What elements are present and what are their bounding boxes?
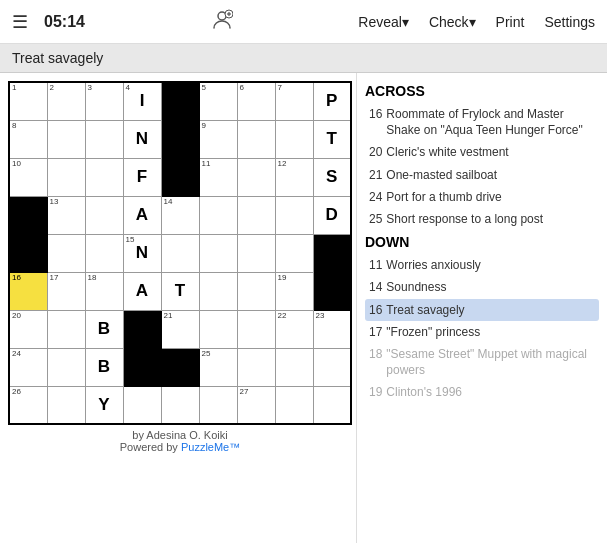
cell-r4c9[interactable]: D xyxy=(313,196,351,234)
active-clue-text: Treat savagely xyxy=(12,50,103,66)
cell-r1c1[interactable]: 1 xyxy=(9,82,47,120)
cell-r3c2[interactable] xyxy=(47,158,85,196)
cell-r7c5[interactable]: 21 xyxy=(161,310,199,348)
cell-r1c4[interactable]: 4I xyxy=(123,82,161,120)
cell-r6c5[interactable]: T xyxy=(161,272,199,310)
cell-r1c7[interactable]: 6 xyxy=(237,82,275,120)
cell-r2c8[interactable] xyxy=(275,120,313,158)
cell-r8c7[interactable] xyxy=(237,348,275,386)
cell-r1c9[interactable]: P xyxy=(313,82,351,120)
clue-across-16[interactable]: 16 Roommate of Frylock and Master Shake … xyxy=(365,103,599,141)
cell-r8c2[interactable] xyxy=(47,348,85,386)
clue-down-14[interactable]: 14 Soundness xyxy=(365,276,599,298)
cell-r9c9[interactable] xyxy=(313,386,351,424)
menu-icon[interactable]: ☰ xyxy=(12,11,28,33)
cell-r7c9[interactable]: 23 xyxy=(313,310,351,348)
crossword-grid[interactable]: 1 2 3 4I 5 6 7 P 8 N xyxy=(8,81,352,425)
clues-panel[interactable]: ACROSS 16 Roommate of Frylock and Master… xyxy=(356,73,607,543)
cell-r9c2[interactable] xyxy=(47,386,85,424)
cell-r2c1[interactable]: 8 xyxy=(9,120,47,158)
cell-r7c2[interactable] xyxy=(47,310,85,348)
nav-bar: Reveal▾ Check▾ Print Settings xyxy=(358,14,595,30)
cell-r7c8[interactable]: 22 xyxy=(275,310,313,348)
cell-r9c5[interactable] xyxy=(161,386,199,424)
clue-across-24[interactable]: 24 Port for a thumb drive xyxy=(365,186,599,208)
cell-r6c1-yellow[interactable]: 16 xyxy=(9,272,47,310)
cell-r6c2[interactable]: 17 xyxy=(47,272,85,310)
cell-r6c8[interactable]: 19 xyxy=(275,272,313,310)
check-button[interactable]: Check▾ xyxy=(429,14,476,30)
clue-num: 18 xyxy=(369,346,382,378)
cell-r1c8[interactable]: 7 xyxy=(275,82,313,120)
cell-r4c3[interactable] xyxy=(85,196,123,234)
clue-across-20[interactable]: 20 Cleric's white vestment xyxy=(365,141,599,163)
cell-r4c8[interactable] xyxy=(275,196,313,234)
cell-r3c9[interactable]: S xyxy=(313,158,351,196)
cell-r9c6[interactable] xyxy=(199,386,237,424)
cell-r9c8[interactable] xyxy=(275,386,313,424)
cell-r5c7[interactable] xyxy=(237,234,275,272)
clue-down-19[interactable]: 19 Clinton's 1996 xyxy=(365,381,599,403)
cell-r9c3[interactable]: Y xyxy=(85,386,123,424)
cell-r1c2[interactable]: 2 xyxy=(47,82,85,120)
cell-r3c1[interactable]: 10 xyxy=(9,158,47,196)
cell-r8c1[interactable]: 24 xyxy=(9,348,47,386)
cell-r5c2[interactable] xyxy=(47,234,85,272)
cell-r6c3[interactable]: 18 xyxy=(85,272,123,310)
clue-across-21[interactable]: 21 One-masted sailboat xyxy=(365,164,599,186)
puzzleme-link[interactable]: PuzzleMe™ xyxy=(181,441,240,453)
cell-r7c7[interactable] xyxy=(237,310,275,348)
clue-down-18[interactable]: 18 "Sesame Street" Muppet with magical p… xyxy=(365,343,599,381)
main-area: 1 2 3 4I 5 6 7 P 8 N xyxy=(0,73,607,543)
cell-r3c7[interactable] xyxy=(237,158,275,196)
cell-r5c5[interactable] xyxy=(161,234,199,272)
cell-r7c6[interactable] xyxy=(199,310,237,348)
cell-r1c6[interactable]: 5 xyxy=(199,82,237,120)
clue-down-16-active[interactable]: 16 Treat savagely xyxy=(365,299,599,321)
clue-across-25[interactable]: 25 Short response to a long post xyxy=(365,208,599,230)
cell-r6c6[interactable] xyxy=(199,272,237,310)
cell-r8c4-black xyxy=(123,348,161,386)
cell-r2c4[interactable]: N xyxy=(123,120,161,158)
cell-r4c4[interactable]: A xyxy=(123,196,161,234)
cell-r3c4[interactable]: F xyxy=(123,158,161,196)
cell-r2c2[interactable] xyxy=(47,120,85,158)
cell-r5c8[interactable] xyxy=(275,234,313,272)
cell-r2c9[interactable]: T xyxy=(313,120,351,158)
cell-r5c6[interactable] xyxy=(199,234,237,272)
cell-r6c7[interactable] xyxy=(237,272,275,310)
cell-r3c8[interactable]: 12 xyxy=(275,158,313,196)
cell-r2c7[interactable] xyxy=(237,120,275,158)
clue-num: 19 xyxy=(369,384,382,400)
clue-down-17[interactable]: 17 "Frozen" princess xyxy=(365,321,599,343)
cell-r4c6[interactable] xyxy=(199,196,237,234)
cell-r3c6[interactable]: 11 xyxy=(199,158,237,196)
cell-r6c4[interactable]: A xyxy=(123,272,161,310)
grid-footer: by Adesina O. Koiki Powered by PuzzleMe™ xyxy=(120,429,240,453)
clue-down-11[interactable]: 11 Worries anxiously xyxy=(365,254,599,276)
cell-r4c7[interactable] xyxy=(237,196,275,234)
cell-r7c1[interactable]: 20 xyxy=(9,310,47,348)
cell-r8c6[interactable]: 25 xyxy=(199,348,237,386)
reveal-button[interactable]: Reveal▾ xyxy=(358,14,409,30)
cell-r3c3[interactable] xyxy=(85,158,123,196)
cell-r9c1[interactable]: 26 xyxy=(9,386,47,424)
cell-r9c4[interactable] xyxy=(123,386,161,424)
cell-r8c8[interactable] xyxy=(275,348,313,386)
print-button[interactable]: Print xyxy=(496,14,525,30)
cell-r3c5-black xyxy=(161,158,199,196)
timer: 05:14 xyxy=(44,13,85,31)
cell-r4c2[interactable]: 13 xyxy=(47,196,85,234)
cell-r1c3[interactable]: 3 xyxy=(85,82,123,120)
cell-r8c3[interactable]: B xyxy=(85,348,123,386)
cell-r8c9[interactable] xyxy=(313,348,351,386)
cell-r2c3[interactable] xyxy=(85,120,123,158)
cell-r4c5[interactable]: 14 xyxy=(161,196,199,234)
cell-r5c4[interactable]: 15N xyxy=(123,234,161,272)
user-icon[interactable] xyxy=(211,8,233,35)
cell-r7c3[interactable]: B xyxy=(85,310,123,348)
cell-r9c7[interactable]: 27 xyxy=(237,386,275,424)
cell-r5c3[interactable] xyxy=(85,234,123,272)
cell-r2c6[interactable]: 9 xyxy=(199,120,237,158)
settings-button[interactable]: Settings xyxy=(544,14,595,30)
